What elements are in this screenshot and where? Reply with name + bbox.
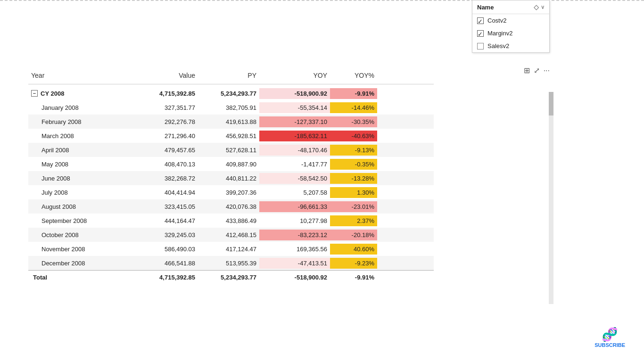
month-label: August 2008 [28, 201, 132, 212]
month-py: 527,628.11 [198, 145, 259, 156]
chevron-down-icon[interactable]: ∨ [541, 4, 545, 10]
filter-icon[interactable]: ⊞ [524, 66, 530, 75]
month-yoy-pct: -0.35% [330, 159, 377, 170]
col-header-yoy-pct: YOY% [330, 71, 377, 80]
month-row: June 2008 382,268.72 440,811.22 -58,542.… [28, 171, 434, 185]
month-yoy: -58,542.50 [259, 173, 330, 184]
total-py: 5,234,293.77 [198, 272, 259, 283]
month-yoy: -55,354.14 [259, 102, 330, 113]
year-row-2008: − CY 2008 4,715,392.85 5,234,293.77 -518… [28, 86, 434, 100]
month-row: March 2008 271,296.40 456,928.51 -185,63… [28, 129, 434, 143]
month-yoy: -47,413.51 [259, 258, 330, 269]
vertical-scrollbar[interactable] [549, 92, 553, 304]
filter-item-costv2[interactable]: ✓ Costv2 [472, 14, 549, 27]
filter-item-salesv2[interactable]: Salesv2 [472, 40, 549, 52]
month-yoy: -127,337.10 [259, 116, 330, 127]
filter-panel-header: Name ◇ ∨ [472, 0, 549, 14]
month-yoy-pct: -23.01% [330, 201, 377, 212]
month-value: 323,415.05 [132, 201, 198, 212]
filter-item-marginv2[interactable]: ✓ Marginv2 [472, 27, 549, 40]
month-row: September 2008 444,164.47 433,886.49 10,… [28, 214, 434, 228]
month-py: 433,886.49 [198, 215, 259, 226]
month-label: February 2008 [28, 116, 132, 127]
month-label: September 2008 [28, 215, 132, 226]
month-rows: January 2008 327,351.77 382,705.91 -55,3… [28, 100, 434, 270]
month-yoy: 5,207.58 [259, 187, 330, 198]
month-py: 456,928.51 [198, 131, 259, 141]
month-label: March 2008 [28, 131, 132, 141]
month-yoy-pct: -9.13% [330, 145, 377, 156]
month-py: 420,076.38 [198, 201, 259, 212]
month-py: 417,124.47 [198, 244, 259, 255]
month-py: 419,613.88 [198, 116, 259, 127]
month-py: 382,705.91 [198, 102, 259, 113]
month-yoy-pct: -13.28% [330, 173, 377, 184]
checkbox-salesv2[interactable] [477, 43, 484, 49]
month-row: February 2008 292,276.78 419,613.88 -127… [28, 115, 434, 129]
month-value: 327,351.77 [132, 102, 198, 113]
month-yoy-pct: -9.23% [330, 258, 377, 269]
month-row: January 2008 327,351.77 382,705.91 -55,3… [28, 100, 434, 115]
column-headers: Year Value PY YOY YOY% [28, 71, 434, 84]
month-py: 440,811.22 [198, 173, 259, 184]
month-yoy-pct: -30.35% [330, 116, 377, 127]
month-yoy-pct: 1.30% [330, 187, 377, 198]
month-row: December 2008 466,541.88 513,955.39 -47,… [28, 256, 434, 270]
month-yoy: 10,277.98 [259, 215, 330, 226]
checkbox-costv2[interactable]: ✓ [477, 17, 484, 24]
total-row: Total 4,715,392.85 5,234,293.77 -518,900… [28, 270, 434, 284]
month-yoy-pct: -20.18% [330, 230, 377, 240]
month-value: 382,268.72 [132, 173, 198, 184]
month-row: July 2008 404,414.94 399,207.36 5,207.58… [28, 185, 434, 199]
month-label: April 2008 [28, 145, 132, 156]
checkbox-marginv2[interactable]: ✓ [477, 30, 484, 37]
month-row: May 2008 408,470.13 409,887.90 -1,417.77… [28, 157, 434, 171]
total-yoy: -518,900.92 [259, 272, 330, 283]
month-label: July 2008 [28, 187, 132, 198]
month-yoy: -1,417.77 [259, 159, 330, 170]
total-label: Total [28, 272, 132, 283]
month-yoy: -48,170.46 [259, 145, 330, 156]
more-options-icon[interactable]: ··· [544, 66, 550, 75]
subscribe-area: 🧬 SUBSCRIBE [594, 327, 625, 348]
month-value: 408,470.13 [132, 159, 198, 170]
month-value: 586,490.03 [132, 244, 198, 255]
clear-filter-icon[interactable]: ◇ [534, 3, 539, 11]
year-label-2008: − CY 2008 [28, 88, 132, 99]
month-row: April 2008 479,457.65 527,628.11 -48,170… [28, 143, 434, 157]
month-yoy-pct: -14.46% [330, 102, 377, 113]
month-py: 409,887.90 [198, 159, 259, 170]
month-yoy-pct: 2.37% [330, 215, 377, 226]
toolbar-icons: ⊞ ⤢ ··· [524, 66, 550, 75]
month-value: 479,457.65 [132, 145, 198, 156]
subscribe-label[interactable]: SUBSCRIBE [594, 342, 625, 348]
month-py: 399,207.36 [198, 187, 259, 198]
month-row: August 2008 323,415.05 420,076.38 -96,66… [28, 199, 434, 214]
filter-label-marginv2: Marginv2 [487, 30, 512, 37]
year-value: 4,715,392.85 [132, 88, 198, 99]
col-header-year: Year [28, 71, 132, 80]
month-label: January 2008 [28, 102, 132, 113]
filter-label-salesv2: Salesv2 [487, 42, 509, 49]
filter-panel-header-icons: ◇ ∨ [534, 3, 545, 11]
year-py: 5,234,293.77 [198, 88, 259, 99]
focus-mode-icon[interactable]: ⤢ [534, 66, 540, 75]
month-py: 412,468.15 [198, 230, 259, 240]
year-yoy: -518,900.92 [259, 88, 330, 99]
scrollbar-thumb[interactable] [549, 92, 553, 115]
col-header-yoy: YOY [259, 71, 330, 80]
filter-panel-title: Name [477, 4, 494, 11]
month-yoy-pct: -40.63% [330, 131, 377, 141]
col-header-value: Value [132, 71, 198, 80]
filter-panel: Name ◇ ∨ ✓ Costv2 ✓ Marginv2 Salesv2 [472, 0, 550, 53]
month-yoy: -96,661.33 [259, 201, 330, 212]
month-value: 466,541.88 [132, 258, 198, 269]
collapse-icon[interactable]: − [31, 90, 38, 97]
month-value: 271,296.40 [132, 131, 198, 141]
year-yoy-pct: -9.91% [330, 88, 377, 99]
month-yoy-pct: 40.60% [330, 244, 377, 255]
month-label: November 2008 [28, 244, 132, 255]
dna-icon: 🧬 [602, 327, 618, 342]
month-yoy: -185,632.11 [259, 131, 330, 141]
total-value: 4,715,392.85 [132, 272, 198, 283]
